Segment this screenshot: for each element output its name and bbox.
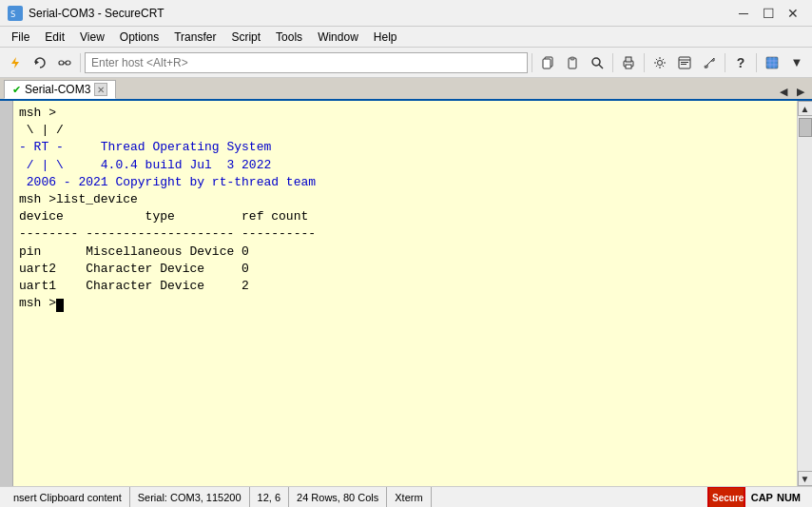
address-input[interactable]: [85, 52, 528, 73]
svg-point-21: [705, 65, 707, 68]
minimize-button[interactable]: ─: [732, 4, 755, 23]
menu-tools[interactable]: Tools: [268, 29, 310, 46]
menu-edit[interactable]: Edit: [37, 29, 72, 46]
status-cap-num: CAP NUM: [745, 492, 806, 503]
scroll-up-button[interactable]: ▲: [798, 101, 813, 116]
status-cursor: 12, 6: [250, 487, 289, 507]
status-num: NUM: [777, 492, 801, 503]
svg-point-16: [658, 60, 663, 65]
copy-button[interactable]: [536, 51, 559, 74]
status-dimensions-text: 24 Rows, 80 Cols: [297, 492, 378, 503]
help-button[interactable]: ?: [729, 51, 752, 74]
toolbar-sep-2: [532, 53, 532, 72]
toolbar-sep-4: [644, 53, 645, 72]
tab-next-button[interactable]: ▶: [793, 84, 808, 99]
find-button[interactable]: [586, 51, 609, 74]
terminal-area[interactable]: msh > \ | / - RT - Thread Operating Syst…: [13, 101, 797, 486]
session-button[interactable]: [673, 51, 696, 74]
svg-rect-22: [766, 57, 778, 68]
terminal-output: msh > \ | / - RT - Thread Operating Syst…: [13, 101, 797, 486]
status-logo: SecureCRT: [707, 487, 745, 508]
menu-help[interactable]: Help: [366, 29, 405, 46]
svg-line-12: [599, 65, 603, 68]
scroll-track[interactable]: [798, 116, 812, 471]
tab-check-icon: ✔: [12, 84, 21, 96]
tab-navigation: ◀ ▶: [776, 84, 808, 99]
title-bar: S Serial-COM3 - SecureCRT ─ ☐ ✕: [0, 0, 812, 27]
window-title: Serial-COM3 - SecureCRT: [29, 7, 732, 20]
terminal-line-copy: 2006 - 2021 Copyright by rt-thread team: [19, 175, 316, 189]
terminal-wrapper: msh > \ | / - RT - Thread Operating Syst…: [0, 101, 812, 486]
toolbar: ? ▼: [0, 48, 812, 78]
svg-rect-14: [626, 57, 631, 62]
print-button[interactable]: [617, 51, 640, 74]
toolbar-sep-3: [612, 53, 613, 72]
svg-text:SecureCRT: SecureCRT: [712, 493, 744, 503]
tab-label: Serial-COM3: [25, 83, 90, 96]
status-serial: Serial: COM3, 115200: [130, 487, 250, 507]
svg-point-11: [592, 58, 600, 66]
svg-text:S: S: [10, 10, 15, 19]
close-button[interactable]: ✕: [782, 4, 804, 23]
tab-prev-button[interactable]: ◀: [776, 84, 791, 99]
svg-rect-15: [626, 65, 631, 68]
toolbar-sep-6: [756, 53, 757, 72]
chain-button[interactable]: [53, 51, 76, 74]
tab-bar: ✔ Serial-COM3 ✕ ◀ ▶: [0, 78, 812, 101]
status-terminal-text: Xterm: [395, 492, 422, 503]
maps-button[interactable]: [761, 51, 783, 74]
terminal-line-0: msh > \ | /: [19, 106, 64, 137]
tab-serial-com3[interactable]: ✔ Serial-COM3 ✕: [4, 80, 116, 99]
window-controls: ─ ☐ ✕: [732, 4, 804, 23]
scroll-thumb[interactable]: [799, 118, 812, 137]
menu-window[interactable]: Window: [310, 29, 366, 46]
status-dimensions: 24 Rows, 80 Cols: [289, 487, 387, 507]
svg-rect-10: [570, 57, 574, 60]
maximize-button[interactable]: ☐: [757, 4, 780, 23]
svg-rect-20: [681, 64, 686, 65]
menu-transfer[interactable]: Transfer: [166, 29, 223, 46]
scroll-down-button[interactable]: ▼: [798, 471, 813, 486]
settings-button[interactable]: [648, 51, 671, 74]
connect-button[interactable]: [4, 51, 27, 74]
status-insert-text: nsert Clipboard content: [13, 492, 122, 503]
menu-view[interactable]: View: [72, 29, 112, 46]
toolbar-sep-1: [80, 53, 81, 72]
svg-rect-5: [66, 61, 70, 65]
svg-marker-3: [35, 60, 39, 65]
terminal-cursor: [56, 299, 64, 312]
reconnect-button[interactable]: [29, 51, 51, 74]
terminal-line-rt: - RT - Thread Operating System: [19, 140, 271, 154]
app-icon: S: [8, 6, 23, 21]
menu-options[interactable]: Options: [112, 29, 166, 46]
main-area: msh > \ | / - RT - Thread Operating Syst…: [0, 101, 812, 486]
toolbar-overflow[interactable]: ▼: [785, 51, 808, 74]
status-terminal: Xterm: [387, 487, 431, 507]
svg-rect-4: [59, 61, 64, 65]
svg-rect-8: [543, 59, 551, 68]
paste-button[interactable]: [561, 51, 584, 74]
status-serial-text: Serial: COM3, 115200: [138, 492, 242, 503]
status-insert: nsert Clipboard content: [6, 487, 130, 507]
status-cursor-text: 12, 6: [258, 492, 280, 503]
left-edge: [0, 101, 13, 486]
menu-bar: File Edit View Options Transfer Script T…: [0, 27, 812, 48]
status-cap: CAP: [751, 492, 773, 503]
scrollbar: ▲ ▼: [797, 101, 812, 486]
terminal-line-ver: / | \ 4.0.4 build Jul 3 2022: [19, 158, 271, 172]
tools-icon[interactable]: [698, 51, 721, 74]
svg-rect-19: [681, 62, 688, 63]
tab-close-button[interactable]: ✕: [94, 83, 107, 96]
toolbar-sep-5: [725, 53, 725, 72]
menu-script[interactable]: Script: [223, 29, 268, 46]
status-bar: nsert Clipboard content Serial: COM3, 11…: [0, 486, 812, 507]
menu-file[interactable]: File: [4, 29, 37, 46]
terminal-line-cmd: msh >list_device device type ref count -…: [19, 192, 316, 310]
svg-marker-2: [11, 57, 19, 68]
